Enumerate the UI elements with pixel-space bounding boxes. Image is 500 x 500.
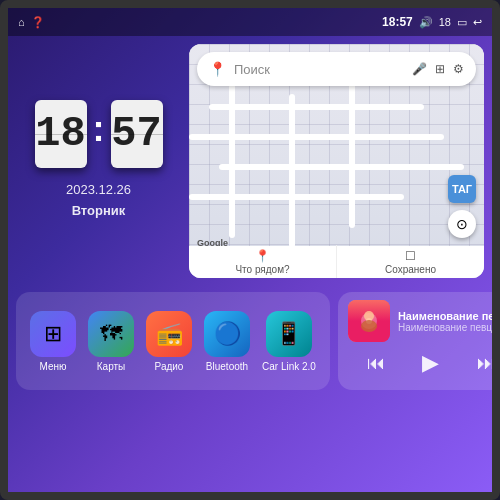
- music-player: Наименование песни Наименование певца ⏮ …: [338, 292, 500, 390]
- map-pin-icon: 📍: [209, 61, 226, 77]
- next-button[interactable]: ⏭: [477, 353, 495, 374]
- flip-clock: 18 : 57: [35, 100, 163, 168]
- menu-icon-circle: ⊞: [30, 311, 76, 357]
- bottom-section: ⊞ Меню 🗺 Карты 📻 Радио 🔵 Bluetooth 📱 Car…: [8, 286, 492, 396]
- music-controls: ⏮ ▶ ⏭: [348, 348, 500, 378]
- menu-label: Меню: [39, 361, 66, 372]
- radio-icon-circle: 📻: [146, 311, 192, 357]
- map-road-h2: [189, 134, 444, 140]
- map-road-h3: [219, 164, 464, 170]
- status-time: 18:57: [382, 15, 413, 29]
- music-info: Наименование песни Наименование певца: [398, 310, 500, 333]
- question-icon[interactable]: ❓: [31, 16, 45, 29]
- status-left-icons: ⌂ ❓: [18, 16, 45, 29]
- battery-level: 18: [439, 16, 451, 28]
- clock-date: 2023.12.26 Вторник: [66, 180, 131, 222]
- carlink-icon-circle: 📱: [266, 311, 312, 357]
- clock-day-name: Вторник: [66, 201, 131, 222]
- map-search-placeholder: Поиск: [234, 62, 404, 77]
- map-widget: 📍 Поиск 🎤 ⊞ ⚙ Google ⊙ ТАГ: [189, 44, 484, 278]
- map-road-v3: [349, 74, 355, 228]
- settings-icon[interactable]: ⚙: [453, 62, 464, 76]
- app-maps[interactable]: 🗺 Карты: [88, 311, 134, 372]
- svg-point-5: [361, 320, 377, 332]
- clock-widget: 18 : 57 2023.12.26 Вторник: [16, 44, 181, 278]
- bluetooth-icon-circle: 🔵: [204, 311, 250, 357]
- album-art: [348, 300, 390, 342]
- map-bottom-bar: 📍 Что рядом? ☐ Сохранено: [189, 246, 484, 278]
- app-icons-container: ⊞ Меню 🗺 Карты 📻 Радио 🔵 Bluetooth 📱 Car…: [16, 292, 330, 390]
- radio-label: Радио: [155, 361, 184, 372]
- clock-colon: :: [93, 108, 105, 150]
- music-top: Наименование песни Наименование певца: [348, 300, 500, 342]
- music-artist: Наименование певца: [398, 322, 500, 333]
- map-road-v2: [289, 94, 295, 248]
- clock-date-value: 2023.12.26: [66, 180, 131, 201]
- main-screen: ⌂ ❓ 18:57 🔊 18 ▭ ↩ 18 : 57 2023.12.26 Вт…: [0, 0, 500, 500]
- nearby-label: Что рядом?: [235, 264, 289, 275]
- clock-minutes: 57: [111, 100, 163, 168]
- mic-icon[interactable]: 🎤: [412, 62, 427, 76]
- nav-button[interactable]: ТАГ: [448, 175, 476, 203]
- prev-button[interactable]: ⏮: [367, 353, 385, 374]
- carlink-label: Car Link 2.0: [262, 361, 316, 372]
- volume-icon[interactable]: 🔊: [419, 16, 433, 29]
- map-road-h4: [189, 194, 404, 200]
- map-search-icons: 🎤 ⊞ ⚙: [412, 62, 464, 76]
- map-road-v1: [229, 84, 235, 238]
- app-radio[interactable]: 📻 Радио: [146, 311, 192, 372]
- clock-hours: 18: [35, 100, 87, 168]
- app-bluetooth[interactable]: 🔵 Bluetooth: [204, 311, 250, 372]
- map-search-bar[interactable]: 📍 Поиск 🎤 ⊞ ⚙: [197, 52, 476, 86]
- bluetooth-label: Bluetooth: [206, 361, 248, 372]
- map-road-h1: [209, 104, 424, 110]
- saved-label: Сохранено: [385, 264, 436, 275]
- main-content: 18 : 57 2023.12.26 Вторник 📍 Поиск 🎤 ⊞ ⚙: [8, 36, 492, 286]
- maps-label: Карты: [97, 361, 126, 372]
- app-menu[interactable]: ⊞ Меню: [30, 311, 76, 372]
- grid-icon[interactable]: ⊞: [435, 62, 445, 76]
- nearby-icon: 📍: [255, 249, 270, 263]
- music-title: Наименование песни: [398, 310, 500, 322]
- maps-icon-circle: 🗺: [88, 311, 134, 357]
- saved-button[interactable]: ☐ Сохранено: [337, 245, 484, 278]
- location-button[interactable]: ⊙: [448, 210, 476, 238]
- svg-point-4: [364, 311, 374, 321]
- cast-icon[interactable]: ▭: [457, 16, 467, 29]
- back-icon[interactable]: ↩: [473, 16, 482, 29]
- album-art-svg: [348, 300, 390, 342]
- saved-icon: ☐: [405, 249, 416, 263]
- play-button[interactable]: ▶: [422, 350, 439, 376]
- home-icon[interactable]: ⌂: [18, 16, 25, 29]
- app-carlink[interactable]: 📱 Car Link 2.0: [262, 311, 316, 372]
- status-bar: ⌂ ❓ 18:57 🔊 18 ▭ ↩: [8, 8, 492, 36]
- nearby-button[interactable]: 📍 Что рядом?: [189, 245, 337, 278]
